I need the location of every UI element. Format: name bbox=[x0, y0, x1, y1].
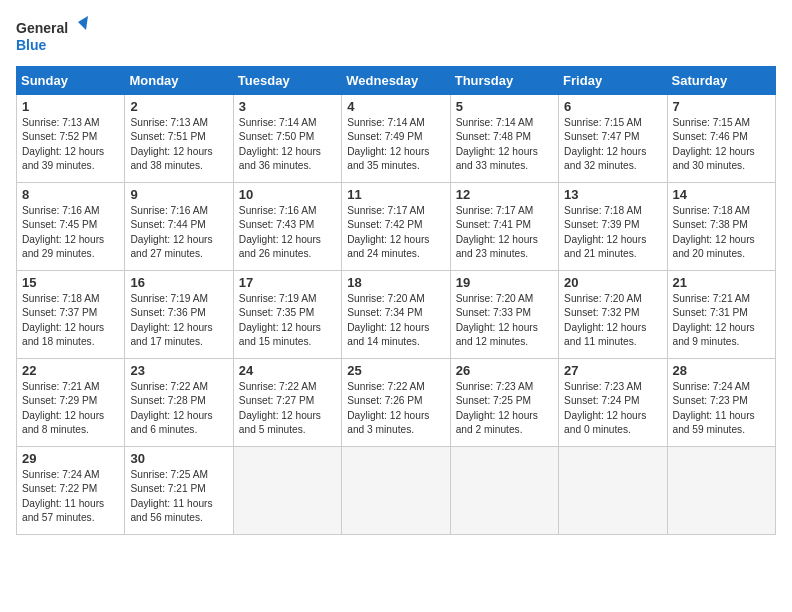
day-info: Sunrise: 7:13 AMSunset: 7:51 PMDaylight:… bbox=[130, 116, 227, 173]
calendar-cell bbox=[450, 447, 558, 535]
day-info: Sunrise: 7:20 AMSunset: 7:34 PMDaylight:… bbox=[347, 292, 444, 349]
calendar-cell: 13Sunrise: 7:18 AMSunset: 7:39 PMDayligh… bbox=[559, 183, 667, 271]
calendar-cell: 2Sunrise: 7:13 AMSunset: 7:51 PMDaylight… bbox=[125, 95, 233, 183]
weekday-header: Saturday bbox=[667, 67, 775, 95]
day-number: 11 bbox=[347, 187, 444, 202]
day-number: 26 bbox=[456, 363, 553, 378]
calendar-cell: 22Sunrise: 7:21 AMSunset: 7:29 PMDayligh… bbox=[17, 359, 125, 447]
page-header: General Blue bbox=[16, 16, 776, 56]
calendar-cell bbox=[667, 447, 775, 535]
day-info: Sunrise: 7:20 AMSunset: 7:32 PMDaylight:… bbox=[564, 292, 661, 349]
weekday-header: Wednesday bbox=[342, 67, 450, 95]
calendar-table: SundayMondayTuesdayWednesdayThursdayFrid… bbox=[16, 66, 776, 535]
day-number: 18 bbox=[347, 275, 444, 290]
calendar-cell: 6Sunrise: 7:15 AMSunset: 7:47 PMDaylight… bbox=[559, 95, 667, 183]
calendar-cell: 17Sunrise: 7:19 AMSunset: 7:35 PMDayligh… bbox=[233, 271, 341, 359]
day-number: 29 bbox=[22, 451, 119, 466]
day-number: 2 bbox=[130, 99, 227, 114]
calendar-cell: 9Sunrise: 7:16 AMSunset: 7:44 PMDaylight… bbox=[125, 183, 233, 271]
day-number: 5 bbox=[456, 99, 553, 114]
day-info: Sunrise: 7:25 AMSunset: 7:21 PMDaylight:… bbox=[130, 468, 227, 525]
day-info: Sunrise: 7:18 AMSunset: 7:39 PMDaylight:… bbox=[564, 204, 661, 261]
day-number: 12 bbox=[456, 187, 553, 202]
day-info: Sunrise: 7:14 AMSunset: 7:48 PMDaylight:… bbox=[456, 116, 553, 173]
day-number: 7 bbox=[673, 99, 770, 114]
day-number: 15 bbox=[22, 275, 119, 290]
day-number: 30 bbox=[130, 451, 227, 466]
day-info: Sunrise: 7:24 AMSunset: 7:22 PMDaylight:… bbox=[22, 468, 119, 525]
calendar-cell: 11Sunrise: 7:17 AMSunset: 7:42 PMDayligh… bbox=[342, 183, 450, 271]
day-number: 10 bbox=[239, 187, 336, 202]
calendar-cell: 10Sunrise: 7:16 AMSunset: 7:43 PMDayligh… bbox=[233, 183, 341, 271]
calendar-cell: 4Sunrise: 7:14 AMSunset: 7:49 PMDaylight… bbox=[342, 95, 450, 183]
day-number: 28 bbox=[673, 363, 770, 378]
day-number: 1 bbox=[22, 99, 119, 114]
day-info: Sunrise: 7:16 AMSunset: 7:43 PMDaylight:… bbox=[239, 204, 336, 261]
day-number: 22 bbox=[22, 363, 119, 378]
day-info: Sunrise: 7:22 AMSunset: 7:26 PMDaylight:… bbox=[347, 380, 444, 437]
weekday-header: Tuesday bbox=[233, 67, 341, 95]
day-info: Sunrise: 7:13 AMSunset: 7:52 PMDaylight:… bbox=[22, 116, 119, 173]
calendar-cell: 15Sunrise: 7:18 AMSunset: 7:37 PMDayligh… bbox=[17, 271, 125, 359]
day-number: 14 bbox=[673, 187, 770, 202]
calendar-cell: 20Sunrise: 7:20 AMSunset: 7:32 PMDayligh… bbox=[559, 271, 667, 359]
day-number: 3 bbox=[239, 99, 336, 114]
calendar-cell: 26Sunrise: 7:23 AMSunset: 7:25 PMDayligh… bbox=[450, 359, 558, 447]
weekday-header: Friday bbox=[559, 67, 667, 95]
day-info: Sunrise: 7:21 AMSunset: 7:29 PMDaylight:… bbox=[22, 380, 119, 437]
day-number: 13 bbox=[564, 187, 661, 202]
svg-text:General: General bbox=[16, 20, 68, 36]
day-number: 23 bbox=[130, 363, 227, 378]
day-info: Sunrise: 7:22 AMSunset: 7:28 PMDaylight:… bbox=[130, 380, 227, 437]
day-info: Sunrise: 7:18 AMSunset: 7:37 PMDaylight:… bbox=[22, 292, 119, 349]
calendar-cell: 14Sunrise: 7:18 AMSunset: 7:38 PMDayligh… bbox=[667, 183, 775, 271]
day-info: Sunrise: 7:19 AMSunset: 7:35 PMDaylight:… bbox=[239, 292, 336, 349]
calendar-cell: 1Sunrise: 7:13 AMSunset: 7:52 PMDaylight… bbox=[17, 95, 125, 183]
calendar-cell: 21Sunrise: 7:21 AMSunset: 7:31 PMDayligh… bbox=[667, 271, 775, 359]
day-number: 17 bbox=[239, 275, 336, 290]
day-info: Sunrise: 7:17 AMSunset: 7:41 PMDaylight:… bbox=[456, 204, 553, 261]
calendar-cell: 18Sunrise: 7:20 AMSunset: 7:34 PMDayligh… bbox=[342, 271, 450, 359]
svg-text:Blue: Blue bbox=[16, 37, 47, 53]
day-number: 19 bbox=[456, 275, 553, 290]
day-info: Sunrise: 7:15 AMSunset: 7:46 PMDaylight:… bbox=[673, 116, 770, 173]
calendar-cell bbox=[559, 447, 667, 535]
day-number: 25 bbox=[347, 363, 444, 378]
calendar-cell: 16Sunrise: 7:19 AMSunset: 7:36 PMDayligh… bbox=[125, 271, 233, 359]
weekday-header: Thursday bbox=[450, 67, 558, 95]
day-info: Sunrise: 7:16 AMSunset: 7:44 PMDaylight:… bbox=[130, 204, 227, 261]
day-info: Sunrise: 7:19 AMSunset: 7:36 PMDaylight:… bbox=[130, 292, 227, 349]
logo-icon: General Blue bbox=[16, 16, 88, 56]
day-number: 24 bbox=[239, 363, 336, 378]
day-number: 6 bbox=[564, 99, 661, 114]
day-info: Sunrise: 7:17 AMSunset: 7:42 PMDaylight:… bbox=[347, 204, 444, 261]
calendar-cell: 3Sunrise: 7:14 AMSunset: 7:50 PMDaylight… bbox=[233, 95, 341, 183]
calendar-cell: 12Sunrise: 7:17 AMSunset: 7:41 PMDayligh… bbox=[450, 183, 558, 271]
day-info: Sunrise: 7:14 AMSunset: 7:49 PMDaylight:… bbox=[347, 116, 444, 173]
calendar-cell: 27Sunrise: 7:23 AMSunset: 7:24 PMDayligh… bbox=[559, 359, 667, 447]
day-number: 4 bbox=[347, 99, 444, 114]
calendar-cell: 7Sunrise: 7:15 AMSunset: 7:46 PMDaylight… bbox=[667, 95, 775, 183]
day-info: Sunrise: 7:23 AMSunset: 7:25 PMDaylight:… bbox=[456, 380, 553, 437]
calendar-cell: 5Sunrise: 7:14 AMSunset: 7:48 PMDaylight… bbox=[450, 95, 558, 183]
day-info: Sunrise: 7:18 AMSunset: 7:38 PMDaylight:… bbox=[673, 204, 770, 261]
day-number: 27 bbox=[564, 363, 661, 378]
day-number: 8 bbox=[22, 187, 119, 202]
day-number: 21 bbox=[673, 275, 770, 290]
svg-marker-2 bbox=[78, 16, 88, 30]
calendar-cell: 19Sunrise: 7:20 AMSunset: 7:33 PMDayligh… bbox=[450, 271, 558, 359]
day-info: Sunrise: 7:20 AMSunset: 7:33 PMDaylight:… bbox=[456, 292, 553, 349]
day-info: Sunrise: 7:23 AMSunset: 7:24 PMDaylight:… bbox=[564, 380, 661, 437]
calendar-cell: 29Sunrise: 7:24 AMSunset: 7:22 PMDayligh… bbox=[17, 447, 125, 535]
calendar-cell bbox=[233, 447, 341, 535]
day-number: 9 bbox=[130, 187, 227, 202]
calendar-cell: 24Sunrise: 7:22 AMSunset: 7:27 PMDayligh… bbox=[233, 359, 341, 447]
day-info: Sunrise: 7:16 AMSunset: 7:45 PMDaylight:… bbox=[22, 204, 119, 261]
day-number: 16 bbox=[130, 275, 227, 290]
calendar-cell: 30Sunrise: 7:25 AMSunset: 7:21 PMDayligh… bbox=[125, 447, 233, 535]
day-info: Sunrise: 7:15 AMSunset: 7:47 PMDaylight:… bbox=[564, 116, 661, 173]
calendar-cell: 28Sunrise: 7:24 AMSunset: 7:23 PMDayligh… bbox=[667, 359, 775, 447]
calendar-cell: 8Sunrise: 7:16 AMSunset: 7:45 PMDaylight… bbox=[17, 183, 125, 271]
day-info: Sunrise: 7:14 AMSunset: 7:50 PMDaylight:… bbox=[239, 116, 336, 173]
day-number: 20 bbox=[564, 275, 661, 290]
